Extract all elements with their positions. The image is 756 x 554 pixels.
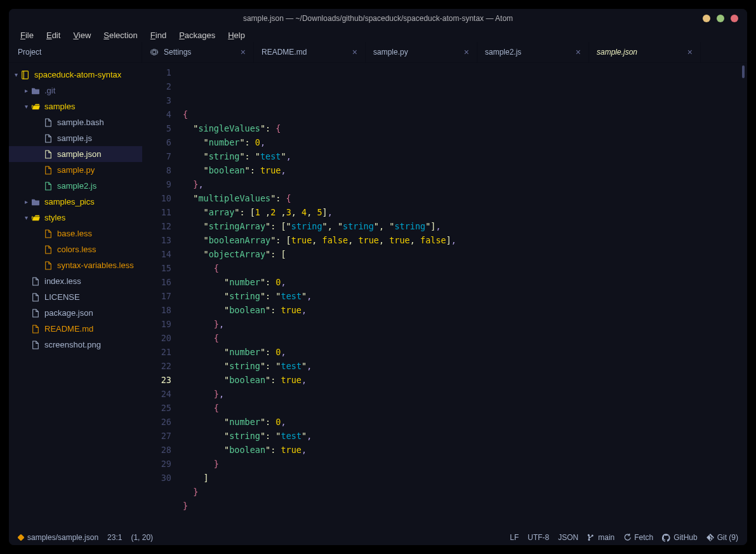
tree-item-sample-bash[interactable]: sample.bash [9,114,142,130]
code-line-24[interactable]: "string": "test", [180,429,747,443]
tab-close-icon[interactable]: × [352,47,357,57]
tab-sample-json[interactable]: sample.json× [589,42,701,62]
tree-item-package-json[interactable]: package.json [9,305,142,321]
tree-item-label: sample2.js [57,181,96,191]
code-line-13[interactable]: "number": 0, [180,275,747,289]
file-icon [43,118,53,127]
settings-icon [150,48,159,57]
menu-file[interactable]: File [15,29,39,41]
tree-item-samples[interactable]: ▾samples [9,98,142,114]
tab-close-icon[interactable]: × [464,47,469,57]
code-line-6[interactable]: }, [180,177,747,191]
code-line-27[interactable]: ] [180,471,747,485]
menu-edit[interactable]: Edit [41,29,65,41]
code-line-28[interactable]: } [180,485,747,499]
code-line-5[interactable]: "boolean": true, [180,163,747,177]
code-line-7[interactable]: "multipleValues": { [180,191,747,205]
code-line-10[interactable]: "booleanArray": [true, false, true, true… [180,233,747,247]
github-link[interactable]: GitHub [662,533,697,542]
code-line-30[interactable] [180,513,747,527]
tree-item-screenshot-png[interactable]: screenshot.png [9,337,142,353]
text-editor[interactable]: 1234567891011121314151617181920212223242… [142,63,747,530]
file-icon [43,229,53,238]
tree-item-samples_pics[interactable]: ▸samples_pics [9,194,142,210]
tree-item-sample-js[interactable]: sample.js [9,130,142,146]
code-line-9[interactable]: "stringArray": ["string", "string", "str… [180,219,747,233]
close-button[interactable] [731,15,738,22]
maximize-button[interactable] [717,15,724,22]
menu-view[interactable]: View [68,29,96,41]
code-line-19[interactable]: "string": "test", [180,359,747,373]
git-panel[interactable]: Git (9) [706,533,738,542]
tree-item-license[interactable]: LICENSE [9,289,142,305]
code-line-29[interactable]: } [180,499,747,513]
tab-close-icon[interactable]: × [241,47,246,57]
code-line-4[interactable]: "string": "test", [180,149,747,163]
project-tab-label: Project [18,48,41,57]
file-icon [43,182,53,191]
code-line-2[interactable]: "singleValues": { [180,121,747,135]
grammar[interactable]: JSON [558,533,578,542]
tree-item-spaceduck-atom-syntax[interactable]: ▾spaceduck-atom-syntax [9,67,142,83]
tree-item-base-less[interactable]: base.less [9,226,142,241]
tree-item-readme-md[interactable]: README.md [9,321,142,337]
modified-icon [17,534,24,541]
code-line-8[interactable]: "array": [1 ,2 ,3, 4, 5], [180,205,747,219]
tree-item-sample-py[interactable]: sample.py [9,162,142,178]
code-line-3[interactable]: "number": 0, [180,135,747,149]
code-line-17[interactable]: { [180,331,747,345]
tab-close-icon[interactable]: × [576,47,581,57]
tab-label: README.md [262,48,352,57]
file-icon [43,150,53,159]
tree-item-colors-less[interactable]: colors.less [9,241,142,257]
code-line-12[interactable]: { [180,261,747,275]
code-line-20[interactable]: "boolean": true, [180,373,747,387]
code-line-11[interactable]: "objectArray": [ [180,247,747,261]
tree-item-syntax-variables-less[interactable]: syntax-variables.less [9,257,142,273]
tree-item-index-less[interactable]: index.less [9,273,142,289]
code-line-16[interactable]: }, [180,317,747,331]
tree-item-sample-json[interactable]: sample.json [9,146,142,162]
code-line-1[interactable]: { [180,107,747,121]
code-line-21[interactable]: }, [180,387,747,401]
code-line-22[interactable]: { [180,401,747,415]
minimize-button[interactable] [703,15,710,22]
encoding[interactable]: UTF-8 [527,533,549,542]
tree-item-label: samples_pics [44,197,95,206]
scrollbar-thumb[interactable] [742,65,745,78]
menu-help[interactable]: Help [223,29,250,41]
code-line-15[interactable]: "boolean": true, [180,303,747,317]
fetch[interactable]: Fetch [623,533,653,542]
folder-icon [30,198,41,206]
chevron-icon: ▾ [22,103,30,110]
menu-selection[interactable]: Selection [98,29,142,41]
git-branch[interactable]: main [587,533,614,542]
main-pane: ▾spaceduck-atom-syntax▸.git▾samplessampl… [9,63,747,530]
tree-item--git[interactable]: ▸.git [9,83,142,98]
tab-sample2-js[interactable]: sample2.js× [477,42,589,62]
menu-find[interactable]: Find [145,29,171,41]
code-line-25[interactable]: "boolean": true, [180,443,747,457]
tab-close-icon[interactable]: × [687,47,693,57]
tree-item-styles[interactable]: ▾styles [9,210,142,226]
cursor-position[interactable]: 23:1 [107,533,122,542]
project-panel-tab[interactable]: Project [9,42,142,62]
tree-item-label: LICENSE [44,292,80,302]
file-status[interactable]: samples/sample.json [18,533,98,542]
line-ending[interactable]: LF [510,533,519,542]
file-icon [43,166,53,175]
tab-settings[interactable]: Settings× [142,42,254,62]
code-line-14[interactable]: "string": "test", [180,289,747,303]
tab-sample-py[interactable]: sample.py× [366,42,477,62]
code-line-18[interactable]: "number": 0, [180,345,747,359]
tab-readme-md[interactable]: README.md× [254,42,366,62]
code-line-26[interactable]: } [180,457,747,471]
status-bar: samples/sample.json 23:1 (1, 20) LF UTF-… [9,530,747,545]
menu-packages[interactable]: Packages [174,29,220,41]
file-tree[interactable]: ▾spaceduck-atom-syntax▸.git▾samplessampl… [9,63,142,530]
tree-item-label: sample.py [57,165,95,175]
folder-icon [30,87,41,95]
tree-item-sample2-js[interactable]: sample2.js [9,178,142,194]
code-area[interactable]: { "singleValues": { "number": 0, "string… [180,63,747,530]
code-line-23[interactable]: "number": 0, [180,415,747,429]
